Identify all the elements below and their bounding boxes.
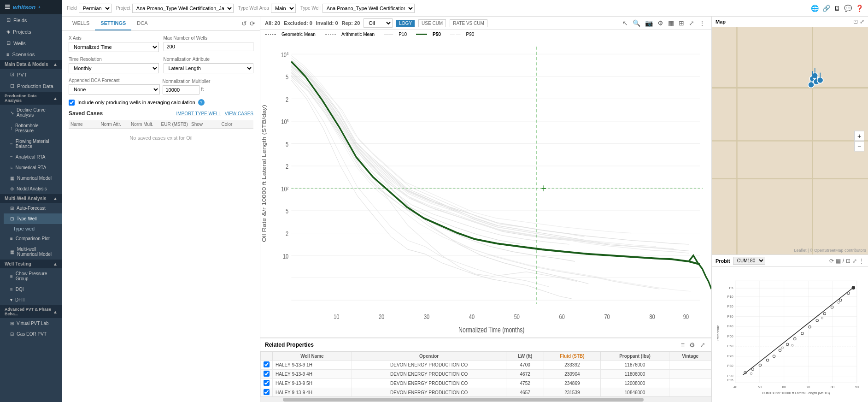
hamburger-icon[interactable]: ☰ (5, 4, 10, 11)
project-select[interactable]: Ana Proano_Type Well Certification_Jan: … (132, 4, 234, 13)
type-well-select[interactable]: Ana Proano_Type Well Certification (323, 4, 415, 13)
sidebar-item-virtual-pvt[interactable]: ⊞ Virtual PVT Lab (4, 318, 62, 329)
sidebar-item-gas-eor[interactable]: ⊟ Gas EOR PVT (4, 329, 62, 339)
sidebar-item-nodal[interactable]: ⊕ Nodal Analysis (4, 183, 62, 194)
sync-icon[interactable]: ⟳ (250, 20, 255, 27)
tab-dca[interactable]: DCA (131, 17, 153, 30)
field-select[interactable]: Permian (79, 4, 111, 13)
project-group: Project Ana Proano_Type Well Certificati… (116, 4, 234, 13)
max-wells-input[interactable] (164, 42, 254, 51)
expand-tool[interactable]: ⤢ (687, 18, 696, 28)
col-show: Show (191, 122, 222, 127)
map-tool-1[interactable]: ⊡ (853, 18, 858, 25)
row-checkbox[interactable] (264, 380, 270, 386)
norm-attr-select[interactable]: Lateral Length (164, 63, 254, 73)
fluid-select[interactable]: Oil Gas Water (364, 18, 393, 28)
probit-tool-2[interactable]: ▦ (836, 258, 841, 264)
section-production-analysis[interactable]: Production Data Analysis ▲ (0, 92, 62, 105)
probit-select[interactable]: CUM180 (733, 257, 765, 265)
sidebar-item-decline-curve[interactable]: ↘ Decline Curve Analysis (4, 105, 62, 120)
related-properties-table-scroll[interactable]: Well Name Operator LW (ft) Fluid (STB) P… (260, 352, 711, 396)
rp-expand-tool[interactable]: ⤢ (698, 340, 707, 349)
svg-text:80: 80 (649, 313, 655, 320)
sidebar-item-scenarios[interactable]: ≡ Scenarios (0, 49, 62, 60)
more-tool[interactable]: ⋮ (698, 18, 707, 28)
tab-wells[interactable]: WELLS (67, 17, 95, 30)
cursor-tool[interactable]: ↖ (621, 18, 629, 28)
section-well-testing[interactable]: Well Testing ▲ (0, 260, 62, 268)
sidebar-item-flowing[interactable]: ≡ Flowing Material Balance (4, 136, 62, 152)
sidebar-item-multiwell-numerical[interactable]: ▦ Multi-well Numerical Model (4, 244, 62, 260)
zoom-out-button[interactable]: − (854, 141, 864, 151)
rp-list-tool[interactable]: ≡ (680, 340, 686, 349)
sidebar-item-numerical-model[interactable]: ▦ Numerical Model (4, 173, 62, 183)
camera-tool[interactable]: 📷 (644, 18, 654, 28)
help-circle-icon[interactable]: ? (198, 99, 205, 106)
section-advanced-pvt[interactable]: Advanced PVT & Phase Beha... ▲ (0, 305, 62, 318)
row-checkbox[interactable] (264, 371, 270, 377)
logy-button[interactable]: LOGY (396, 20, 415, 27)
no-data-message: No saved cases exist for Oil (69, 129, 253, 147)
map-panel[interactable]: + − Leaflet | © OpenStreetMap contributo… (712, 27, 868, 254)
norm-mult-input[interactable] (163, 85, 199, 95)
sidebar-item-auto-forecast[interactable]: ⊞ Auto-Forecast (4, 203, 62, 213)
svg-text:P70: P70 (727, 354, 733, 358)
map-tool-2[interactable]: ⤢ (860, 18, 864, 25)
probit-tool-1[interactable]: ⟳ (829, 258, 834, 264)
globe-icon[interactable]: 🌐 (811, 5, 819, 12)
time-resolution-select[interactable]: Monthly (69, 63, 159, 73)
probit-tool-3[interactable]: / (843, 258, 844, 264)
sidebar-item-type-well[interactable]: ⊡ Type Well (4, 213, 62, 224)
left-panel: WELLS SETTINGS DCA ↺ ⟳ X Axis Normalized… (62, 17, 260, 402)
sidebar-item-dfit[interactable]: ▾ DFIT (4, 295, 62, 305)
x-axis-select[interactable]: Normalized Time (69, 42, 159, 52)
appended-select[interactable]: None (69, 84, 160, 95)
sidebar-item-production-data[interactable]: ⊟ Production Data (4, 80, 62, 92)
type-well-area-select[interactable]: Main (271, 4, 296, 13)
include-producing-checkbox[interactable] (69, 100, 75, 106)
row-lw: 4672 (506, 370, 544, 379)
sidebar-item-comparison-plot[interactable]: ≡ Comparison Plot (4, 233, 62, 244)
horizontal-scrollbar[interactable] (260, 396, 711, 402)
probit-tool-6[interactable]: ⋮ (859, 258, 864, 264)
section-multiwell[interactable]: Multi-Well Analysis ▲ (0, 194, 62, 203)
use-cum-button[interactable]: USE CUM (418, 19, 446, 27)
sidebar-item-projects[interactable]: ◈ Projects (0, 26, 62, 37)
rp-settings-tool[interactable]: ⚙ (688, 340, 697, 349)
settings-tool[interactable]: ⚙ (656, 18, 665, 28)
import-type-well-button[interactable]: IMPORT TYPE WELL (176, 111, 221, 116)
tab-settings[interactable]: SETTINGS (95, 17, 131, 30)
sidebar-item-bottomhole[interactable]: ↑ Bottomhole Pressure (4, 120, 62, 136)
zoom-in-button[interactable]: + (854, 130, 864, 141)
section-main-data[interactable]: Main Data & Models ▲ (0, 60, 62, 69)
sidebar-item-dqi[interactable]: ≡ DQI (4, 284, 62, 295)
advanced-pvt-items: ⊞ Virtual PVT Lab ⊟ Gas EOR PVT (0, 318, 62, 339)
probit-tool-4[interactable]: ⊡ (846, 258, 850, 264)
sidebar-item-fields[interactable]: ⊡ Fields (0, 14, 62, 26)
screen-icon[interactable]: 🖥 (834, 5, 840, 12)
svg-text:80: 80 (831, 385, 834, 389)
zoom-tool[interactable]: 🔍 (631, 18, 642, 28)
reset-icon[interactable]: ↺ (241, 20, 247, 27)
svg-text:P40: P40 (727, 324, 733, 328)
row-proppant: 11806000 (600, 370, 669, 379)
sidebar-item-numerical-rta[interactable]: ≈ Numerical RTA (4, 162, 62, 173)
sidebar-item-analytical-rta[interactable]: ~ Analytical RTA (4, 152, 62, 162)
sidebar-item-wells[interactable]: ⊟ Wells (0, 37, 62, 49)
sidebar-item-chow[interactable]: ≡ Chow Pressure Group (4, 268, 62, 284)
row-operator: DEVON ENERGY PRODUCTION CO (352, 370, 506, 379)
col-well-name: Well Name (273, 352, 352, 361)
row-checkbox[interactable] (264, 361, 270, 367)
link-icon[interactable]: 🔗 (822, 5, 830, 12)
row-checkbox[interactable] (264, 389, 270, 395)
chat-icon[interactable]: 💬 (844, 5, 852, 12)
grid-tool[interactable]: ⊞ (677, 18, 686, 28)
help-icon[interactable]: ❓ (856, 5, 863, 12)
rate-vs-cum-button[interactable]: RATE VS CUM (450, 19, 487, 27)
svg-rect-56 (735, 281, 857, 383)
view-cases-button[interactable]: VIEW CASES (225, 111, 253, 116)
bottomhole-icon: ↑ (10, 126, 12, 131)
sidebar-item-pvt[interactable]: ⊡ PVT (4, 69, 62, 80)
probit-tool-5[interactable]: ⤢ (852, 258, 857, 264)
table-view-tool[interactable]: ▦ (667, 18, 675, 28)
